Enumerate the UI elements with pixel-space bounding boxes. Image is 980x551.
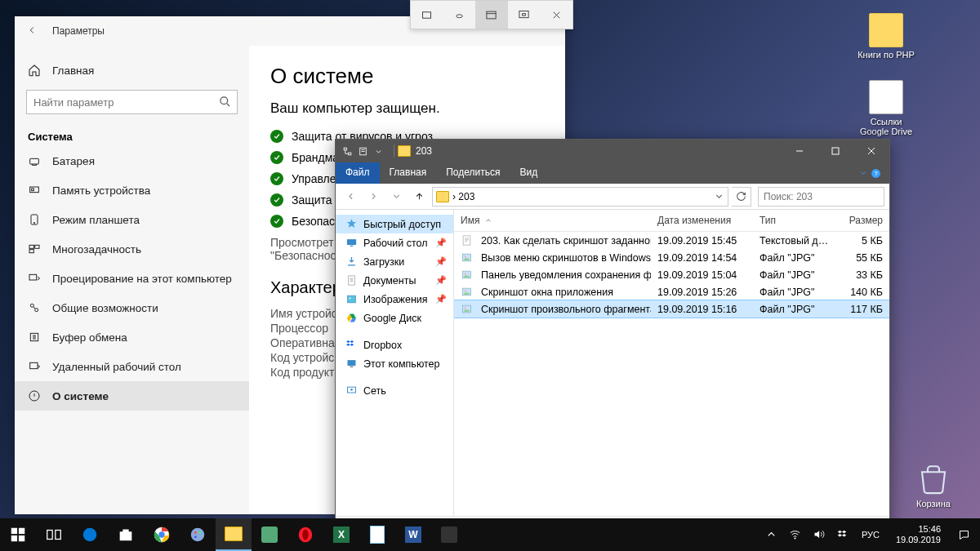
edge-icon[interactable] (72, 518, 108, 551)
tree-item[interactable]: Изображения📌 (336, 290, 453, 309)
nav-up-icon[interactable] (409, 187, 429, 207)
sidebar-item-4[interactable]: Проецирование на этот компьютер (15, 264, 249, 293)
snip-fullscreen-icon[interactable] (508, 1, 541, 29)
svg-point-29 (350, 297, 351, 299)
tree-item[interactable]: Этот компьютер (336, 354, 453, 373)
snip-freeform-icon[interactable] (443, 1, 476, 29)
svg-rect-43 (11, 528, 17, 534)
file-row[interactable]: Скриншот произвольного фрагмента ...19.0… (454, 300, 889, 318)
svg-rect-13 (30, 362, 38, 368)
sidebar-item-8[interactable]: О системе (15, 381, 249, 411)
chrome-icon[interactable] (144, 518, 180, 551)
net-icon (345, 384, 358, 397)
app-icon-1[interactable] (252, 518, 287, 551)
sidebar-item-icon (28, 301, 41, 314)
tree-item[interactable]: Google Диск (336, 309, 453, 327)
sidebar-item-icon (28, 213, 41, 226)
file-row[interactable]: Вызов меню скриншотов в Windows 1019.09.… (454, 249, 889, 266)
ribbon-tab-view[interactable]: Вид (510, 162, 547, 184)
ribbon-tab-home[interactable]: Главная (380, 162, 437, 184)
sidebar-item-icon (28, 184, 41, 197)
file-row[interactable]: Панель уведомления сохранения фраг...19.… (454, 266, 889, 283)
svg-point-55 (194, 535, 197, 538)
col-name[interactable]: Имя (454, 215, 651, 226)
refresh-icon[interactable] (732, 187, 751, 207)
tree-item[interactable]: Рабочий стол📌 (336, 233, 453, 252)
svg-rect-22 (832, 148, 839, 154)
opera-icon[interactable] (287, 518, 323, 551)
nav-forward-icon[interactable] (363, 187, 383, 207)
excel-icon[interactable]: X (323, 518, 359, 551)
store-icon[interactable] (108, 518, 144, 551)
folder-icon (398, 145, 411, 157)
maximize-icon[interactable] (817, 140, 853, 162)
settings-search[interactable] (26, 90, 238, 114)
paint-icon[interactable] (180, 518, 216, 551)
properties-icon[interactable] (358, 146, 368, 157)
explorer-search-input[interactable] (758, 187, 884, 207)
ribbon-tab-file[interactable]: Файл (336, 162, 380, 184)
tree-item[interactable]: Быстрый доступ (336, 215, 453, 233)
word-icon[interactable]: W (395, 518, 431, 551)
snip-close-icon[interactable] (540, 1, 572, 29)
tree-item[interactable]: Сеть (336, 381, 453, 400)
ribbon-tab-share[interactable]: Поделиться (436, 162, 510, 184)
nav-recent-icon[interactable] (386, 187, 406, 207)
svg-point-38 (465, 273, 466, 274)
file-row[interactable]: 203. Как сделать скриншот заданной о...1… (454, 232, 889, 249)
sidebar-item-0[interactable]: Батарея (15, 146, 249, 176)
close-icon[interactable] (853, 140, 889, 162)
tree-item[interactable]: Загрузки📌 (336, 252, 453, 271)
svg-rect-30 (348, 360, 356, 366)
chevron-down-icon[interactable] (714, 191, 724, 202)
app-icon-2[interactable] (431, 518, 467, 551)
notepad-icon[interactable] (359, 518, 395, 551)
search-input[interactable] (26, 90, 238, 114)
desktop-icon-bin[interactable]: Корзина (905, 462, 962, 509)
pin-icon: 📌 (435, 238, 447, 248)
file-row[interactable]: Скриншот окна приложения19.09.2019 15:26… (454, 283, 889, 300)
taskview-icon[interactable] (36, 518, 72, 551)
svg-point-40 (465, 290, 466, 291)
svg-point-52 (191, 528, 205, 542)
explorer-title: 203 (416, 145, 432, 157)
sidebar-item-7[interactable]: Удаленный рабочий стол (15, 352, 249, 381)
wifi-icon[interactable] (786, 528, 804, 542)
desktop-icon-doc[interactable]: Ссылки Google Drive (858, 80, 915, 136)
dropdown-icon[interactable] (373, 146, 384, 157)
sidebar-item-6[interactable]: Буфер обмена (15, 322, 249, 352)
start-icon[interactable] (0, 518, 36, 551)
sidebar-item-5[interactable]: Общие возможности (15, 293, 249, 322)
volume-icon[interactable] (809, 528, 828, 542)
desk-icon (345, 237, 358, 249)
snip-rect-icon[interactable] (411, 1, 443, 29)
breadcrumb[interactable]: › 203 (432, 187, 728, 207)
back-icon[interactable] (26, 24, 38, 38)
desktop-icon-folder[interactable]: Книги по PHP (858, 13, 915, 60)
sidebar-home[interactable]: Главная (15, 56, 249, 85)
clock[interactable]: 15:4619.09.2019 (889, 524, 947, 545)
lang-indicator[interactable]: РУС (857, 530, 884, 540)
sidebar-item-1[interactable]: Память устройства (15, 176, 249, 205)
notification-icon[interactable] (952, 529, 975, 541)
nav-back-icon[interactable] (341, 187, 360, 207)
svg-point-5 (33, 222, 34, 223)
col-type[interactable]: Тип (753, 215, 836, 226)
file-jpg-icon (461, 286, 473, 298)
dropbox-tray-icon[interactable] (833, 528, 852, 542)
explorer-titlebar[interactable]: 203 (336, 140, 889, 162)
tray-chevron-icon[interactable] (762, 528, 781, 542)
ribbon-help[interactable]: ? (851, 162, 889, 184)
col-date[interactable]: Дата изменения (651, 215, 753, 226)
svg-point-58 (795, 537, 795, 538)
folder-tree-icon[interactable] (342, 146, 353, 157)
explorer-taskbar-icon[interactable] (216, 518, 252, 551)
sidebar-item-2[interactable]: Режим планшета (15, 205, 249, 234)
tree-item[interactable]: Dropbox (336, 335, 453, 354)
tree-item[interactable]: Документы📌 (336, 271, 453, 290)
svg-rect-34 (463, 236, 470, 245)
snip-window-icon[interactable] (475, 1, 508, 29)
col-size[interactable]: Размер (836, 215, 889, 226)
minimize-icon[interactable] (782, 140, 817, 162)
sidebar-item-3[interactable]: Многозадачность (15, 234, 249, 264)
